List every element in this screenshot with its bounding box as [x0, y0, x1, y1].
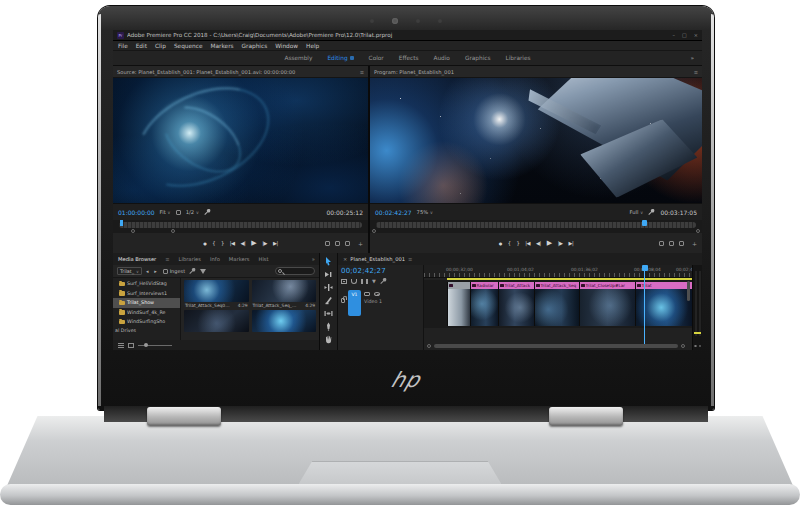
wrench-icon[interactable]: [648, 209, 655, 216]
clip-thumbnail[interactable]: [184, 280, 249, 302]
search-input[interactable]: [275, 267, 315, 275]
play-button[interactable]: ▶: [251, 239, 256, 247]
menu-clip[interactable]: Clip: [155, 43, 166, 49]
tab-media-browser[interactable]: Media Browser: [118, 256, 156, 262]
snap-icon[interactable]: [351, 279, 357, 284]
v1-track-target[interactable]: V1: [348, 290, 361, 316]
play-button[interactable]: ▶: [547, 239, 552, 247]
clip-thumbnail[interactable]: [252, 280, 317, 302]
tab-history[interactable]: Hist: [258, 256, 268, 262]
timeline-playhead[interactable]: [644, 265, 645, 344]
back-forward-arrows[interactable]: ◂ ▸: [146, 268, 159, 274]
clip-thumbnail-cell[interactable]: [252, 310, 317, 332]
mark-in-button[interactable]: {: [212, 240, 215, 246]
workspace-editing[interactable]: Editing: [327, 55, 353, 61]
track-visibility-eye-icon[interactable]: [374, 292, 380, 296]
mark-in-button[interactable]: {: [508, 240, 511, 246]
panel-menu-icon[interactable]: ≡: [360, 69, 364, 75]
slip-tool[interactable]: [323, 308, 335, 318]
ripple-edit-tool[interactable]: [323, 282, 335, 292]
timeline-clip[interactable]: Trilat_CloseUp#Lar: [579, 282, 635, 326]
ingest-checkbox[interactable]: Ingest: [163, 268, 185, 274]
timeline-vertical-scrollbar[interactable]: [687, 281, 690, 301]
program-zoom-dropdown[interactable]: 75% ∨: [417, 209, 433, 215]
mark-out-button[interactable]: }: [517, 240, 520, 246]
timeline-clip[interactable]: [447, 282, 470, 326]
step-back-button[interactable]: ◀|: [241, 240, 246, 246]
step-back-button[interactable]: ◀|: [536, 240, 541, 246]
source-resolution-dropdown[interactable]: 1/2 ∨: [186, 209, 199, 215]
source-scrub-bar[interactable]: [119, 222, 362, 228]
folder-item-selected[interactable]: Trilat_Show: [113, 298, 180, 308]
folder-item[interactable]: WindSurfingSho: [113, 317, 180, 327]
clip-thumbnail-cell[interactable]: Trilat_Attack_Seq_… 4:29: [252, 280, 317, 308]
clip-thumbnail-cell[interactable]: Trilat_Attack_Seq0… 4:29: [184, 280, 249, 308]
panel-menu-icon[interactable]: ≡: [408, 256, 412, 262]
button-editor-plus[interactable]: +: [358, 240, 363, 247]
timeline-clip[interactable]: Trilat_Attack_Seq: [534, 282, 579, 326]
add-marker-button[interactable]: ●: [499, 241, 502, 246]
program-scrubber[interactable]: [370, 220, 702, 233]
export-frame-icon[interactable]: [679, 241, 684, 246]
clip-thumbnail-cell[interactable]: [184, 310, 249, 332]
step-forward-button[interactable]: |▶: [558, 240, 563, 246]
tab-markers[interactable]: Markers: [229, 256, 250, 262]
workspace-graphics[interactable]: Graphics: [465, 55, 491, 61]
lift-icon[interactable]: [659, 241, 664, 246]
folder-item[interactable]: Surf_HeliVidStag: [113, 279, 180, 289]
go-to-in-button[interactable]: |◀: [230, 240, 235, 246]
timeline-track-area[interactable]: 00;00;32;00 00;01;04;02 00;01;36;02 00;0…: [424, 265, 692, 350]
menu-edit[interactable]: Edit: [136, 43, 147, 49]
menu-window[interactable]: Window: [275, 43, 298, 49]
button-editor-plus[interactable]: +: [692, 240, 697, 247]
mark-out-button[interactable]: }: [221, 240, 224, 246]
linked-selection-icon[interactable]: [361, 279, 368, 284]
timeline-settings-wrench-icon[interactable]: [380, 278, 387, 285]
workspace-libraries[interactable]: Libraries: [506, 55, 531, 61]
go-to-out-button[interactable]: ▶|: [273, 240, 278, 246]
slider-knob[interactable]: [144, 343, 148, 347]
source-scrubber[interactable]: [113, 220, 368, 233]
settings-icon[interactable]: [176, 210, 181, 215]
tab-info[interactable]: Info: [210, 256, 220, 262]
program-monitor-video[interactable]: [370, 78, 702, 203]
menu-help[interactable]: Help: [306, 43, 319, 49]
workspace-audio[interactable]: Audio: [433, 55, 449, 61]
workspace-effects[interactable]: Effects: [399, 55, 419, 61]
source-monitor-video[interactable]: [113, 78, 368, 203]
program-scrub-bar[interactable]: [376, 222, 696, 228]
workspace-assembly[interactable]: Assembly: [284, 55, 312, 61]
go-to-in-button[interactable]: |◀: [525, 240, 530, 246]
clip-thumbnail[interactable]: [184, 310, 249, 332]
program-playhead[interactable]: [642, 220, 647, 226]
menu-graphics[interactable]: Graphics: [242, 43, 268, 49]
selection-tool[interactable]: [323, 256, 335, 266]
hand-tool[interactable]: [323, 334, 335, 344]
pen-tool[interactable]: [323, 321, 335, 331]
source-playhead[interactable]: [120, 220, 123, 226]
panel-menu-icon[interactable]: ≡: [694, 69, 698, 75]
wrench-icon[interactable]: [204, 209, 211, 216]
close-button[interactable]: ×: [694, 32, 698, 38]
workspace-overflow-chevron[interactable]: »: [690, 55, 694, 61]
menu-file[interactable]: File: [118, 43, 128, 49]
timeline-timecode[interactable]: 00;02;42;27: [341, 267, 420, 275]
overwrite-icon[interactable]: [335, 241, 340, 246]
menu-sequence[interactable]: Sequence: [174, 43, 203, 49]
track-camera-icon[interactable]: [364, 292, 370, 296]
minimize-button[interactable]: –: [673, 32, 676, 38]
folder-item[interactable]: WindSurf_4k_Re: [113, 308, 180, 318]
list-view-icon[interactable]: [118, 343, 124, 348]
program-resolution-dropdown[interactable]: Full ∨: [630, 209, 644, 215]
razor-tool[interactable]: [323, 295, 335, 305]
tabs-overflow-chevron[interactable]: »: [312, 256, 315, 262]
panel-menu-icon[interactable]: ≡: [165, 256, 169, 262]
thumbnail-view-icon[interactable]: [128, 343, 134, 348]
tab-libraries[interactable]: Libraries: [179, 256, 201, 262]
maximize-button[interactable]: □: [682, 32, 687, 38]
menu-markers[interactable]: Markers: [211, 43, 234, 49]
export-frame-icon[interactable]: [345, 241, 350, 246]
track-lock-icon[interactable]: [341, 298, 345, 303]
sequence-tab[interactable]: Planet_Establish_001: [350, 256, 405, 262]
timeline-clip[interactable]: Radiolar: [470, 282, 498, 326]
